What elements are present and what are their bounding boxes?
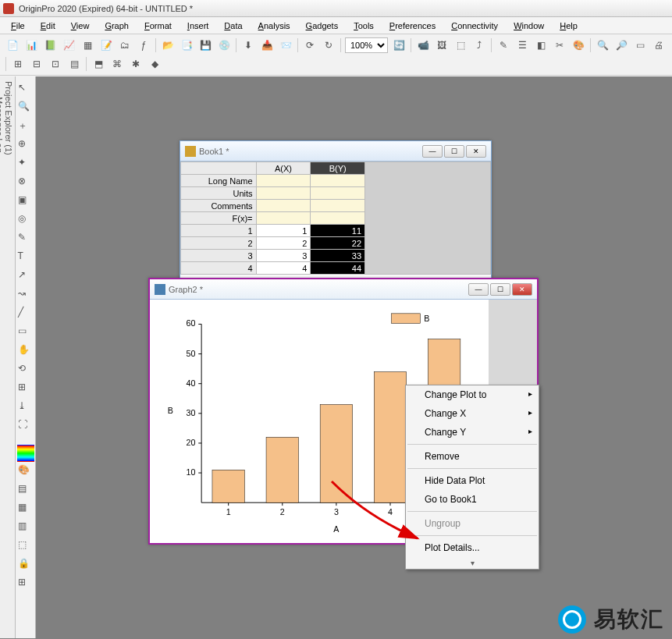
arrow-tool-icon[interactable]: ↗ — [17, 268, 34, 286]
tool-b-icon[interactable]: ☰ — [514, 37, 531, 54]
extract-icon[interactable]: ⤓ — [17, 399, 34, 417]
cell[interactable]: 4 — [256, 262, 311, 275]
close-button[interactable]: ✕ — [512, 283, 532, 296]
reader-icon[interactable]: 🔎 — [613, 37, 630, 54]
column-icon[interactable]: ▥ — [17, 520, 34, 537]
pan-tool-icon[interactable]: ✋ — [17, 343, 34, 360]
cell[interactable]: 22 — [311, 237, 365, 250]
side-tab-project-explorer[interactable]: Project Explorer (1) — [4, 81, 13, 634]
menu-view[interactable]: View — [65, 20, 96, 32]
row-num[interactable]: 4 — [181, 262, 257, 275]
new-project-icon[interactable]: 📄 — [4, 37, 21, 54]
selection-icon[interactable]: ▣ — [17, 193, 34, 211]
ctx-change-y[interactable]: Change Y — [406, 423, 539, 442]
cell[interactable]: 33 — [311, 250, 365, 262]
new-excel-icon[interactable]: 📗 — [41, 37, 59, 54]
new-function-icon[interactable]: ƒ — [135, 37, 152, 54]
graph-theme-icon[interactable]: ▤ — [17, 482, 34, 499]
row-num[interactable]: 1 — [181, 225, 257, 237]
menu-connectivity[interactable]: Connectivity — [445, 20, 504, 32]
book-titlebar[interactable]: Book1 * — ☐ ✕ — [180, 141, 491, 162]
mask-icon[interactable]: ◎ — [17, 212, 34, 229]
open-icon[interactable]: 📂 — [159, 37, 176, 54]
reader-tool-icon[interactable]: ＋ — [17, 119, 34, 136]
colormap-icon[interactable] — [17, 445, 34, 462]
col-a-header[interactable]: A(X) — [256, 162, 311, 175]
book-window[interactable]: Book1 * — ☐ ✕ A(X) B(Y) Long Name Units … — [180, 140, 492, 281]
new-workbook-icon[interactable]: 📊 — [23, 37, 40, 54]
curved-arrow-icon[interactable]: ↝ — [17, 287, 34, 304]
matrix-icon[interactable]: ⬚ — [17, 538, 34, 556]
batch-icon[interactable]: ⟳ — [301, 37, 318, 54]
window-a-icon[interactable]: ⊞ — [9, 55, 27, 73]
region-icon[interactable]: ▭ — [631, 37, 649, 54]
grid-icon[interactable]: ⊞ — [17, 576, 34, 593]
ctx-change-plot-to[interactable]: Change Plot to — [406, 385, 539, 404]
menu-tools[interactable]: Tools — [347, 20, 380, 32]
ctx-remove[interactable]: Remove — [406, 447, 539, 466]
line-tool-icon[interactable]: ╱ — [17, 306, 34, 323]
open-template-icon[interactable]: 📑 — [178, 37, 195, 54]
menu-help[interactable]: Help — [553, 20, 584, 32]
window-d-icon[interactable]: ▤ — [66, 55, 83, 73]
script-icon[interactable]: ⌘ — [108, 55, 126, 73]
ctx-expand[interactable]: ▾ — [406, 557, 539, 569]
draw-icon[interactable]: ✎ — [17, 231, 34, 248]
cell[interactable]: 44 — [311, 262, 365, 275]
maximize-button[interactable]: ☐ — [444, 145, 464, 158]
new-layout-icon[interactable]: 🗂 — [116, 37, 133, 54]
menu-graph[interactable]: Graph — [98, 20, 135, 32]
palette-icon[interactable]: 🎨 — [17, 463, 34, 481]
menu-insert[interactable]: Insert — [181, 20, 215, 32]
menu-gadgets[interactable]: Gadgets — [300, 20, 345, 32]
close-button[interactable]: ✕ — [466, 145, 486, 158]
window-b-icon[interactable]: ⊟ — [28, 55, 45, 73]
menu-edit[interactable]: Edit — [34, 20, 62, 32]
import-single-icon[interactable]: 📥 — [258, 37, 276, 54]
zoom-tool-icon[interactable]: 🔍 — [17, 100, 34, 117]
lock-icon[interactable]: 🔒 — [17, 557, 34, 574]
new-matrix-icon[interactable]: ▦ — [79, 37, 96, 54]
rescale-icon[interactable]: ⛶ — [17, 418, 34, 435]
pointer-tool-icon[interactable]: ↖ — [17, 81, 34, 98]
minimize-button[interactable]: — — [468, 283, 489, 296]
screen-reader-icon[interactable]: ⊕ — [17, 137, 34, 154]
ctx-go-to-book1[interactable]: Go to Book1 — [406, 490, 539, 509]
col-b-header[interactable]: B(Y) — [311, 162, 365, 175]
row-num[interactable]: 2 — [181, 237, 257, 250]
print-icon[interactable]: 🖨 — [650, 37, 667, 54]
new-notes-icon[interactable]: 📝 — [98, 37, 115, 54]
import-wizard-icon[interactable]: ⬇ — [240, 37, 257, 54]
save-template-icon[interactable]: 💿 — [215, 37, 233, 54]
menu-format[interactable]: Format — [138, 20, 178, 32]
side-tabs[interactable]: Project Explorer (1) Messages Log Smart … — [0, 76, 16, 638]
maximize-button[interactable]: ☐ — [490, 283, 510, 296]
new-graph-icon[interactable]: 📈 — [60, 37, 77, 54]
magnify-icon[interactable]: 🔍 — [594, 37, 611, 54]
ctx-plot-details-[interactable]: Plot Details... — [406, 538, 539, 557]
graph-titlebar[interactable]: Graph2 * — ☐ ✕ — [150, 279, 537, 300]
row-num[interactable]: 3 — [181, 250, 257, 262]
cell[interactable]: 11 — [311, 225, 365, 237]
ctx-ungroup[interactable]: Ungroup — [406, 514, 539, 533]
menu-window[interactable]: Window — [507, 20, 550, 32]
text-icon[interactable]: T — [17, 250, 34, 267]
digitizer-icon[interactable]: ◆ — [146, 55, 163, 73]
row-fx[interactable]: F(x)= — [181, 212, 257, 225]
tool-d-icon[interactable]: ✂ — [551, 37, 568, 54]
window-c-icon[interactable]: ⊡ — [47, 55, 64, 73]
insert-icon[interactable]: ⊞ — [17, 381, 34, 398]
cell[interactable]: 3 — [256, 250, 311, 262]
tool-a-icon[interactable]: ✎ — [495, 37, 512, 54]
menu-analysis[interactable]: Analysis — [252, 20, 297, 32]
addcol-icon[interactable]: ⬒ — [90, 55, 107, 73]
tool-e-icon[interactable]: 🎨 — [570, 37, 587, 54]
rect-tool-icon[interactable]: ▭ — [17, 325, 34, 342]
row-comments[interactable]: Comments — [181, 200, 257, 212]
slide-icon[interactable]: 🖼 — [433, 37, 450, 54]
save-icon[interactable]: 💾 — [197, 37, 214, 54]
ctx-hide-data-plot[interactable]: Hide Data Plot — [406, 471, 539, 490]
export-icon[interactable]: ⤴ — [471, 37, 488, 54]
layout-icon[interactable]: ⬚ — [452, 37, 469, 54]
recalc-icon[interactable]: ↻ — [320, 37, 337, 54]
